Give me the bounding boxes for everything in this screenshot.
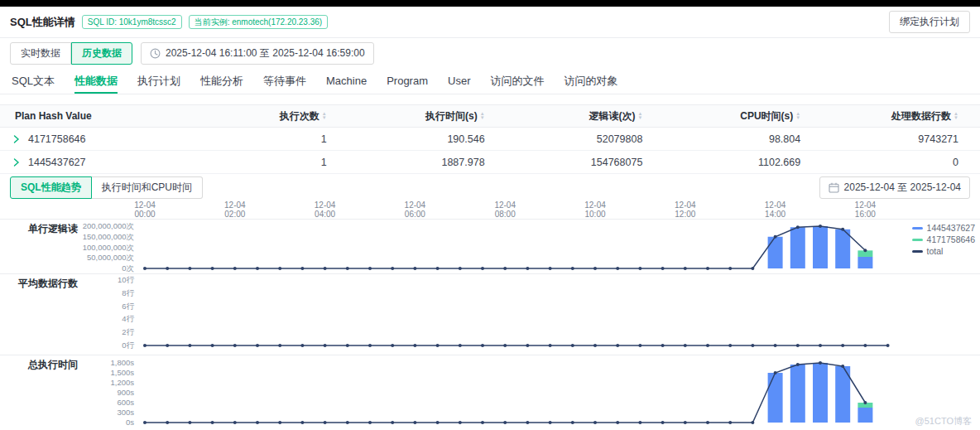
cell-plan-hash: 1445437627 [0, 157, 190, 168]
cell-plan-hash: 4171758646 [0, 133, 190, 145]
col-label: 执行次数 [280, 109, 319, 123]
chart-plot [0, 220, 980, 274]
row-expand-icon[interactable] [13, 158, 20, 167]
time-axis-label: 12-0402:00 [224, 201, 246, 219]
cell-cpu-time: 1102.669 [664, 157, 822, 168]
plan-hash-value: 1445437627 [28, 157, 86, 168]
sort-icon[interactable]: ▲▼ [954, 112, 958, 120]
tab-user[interactable]: User [448, 68, 470, 94]
tab-program[interactable]: Program [387, 68, 428, 94]
plan-hash-value: 4171758646 [28, 133, 86, 145]
sql-id-badge: SQL ID: 10k1ym8tcssc2 [82, 15, 182, 29]
plan-table-header: Plan Hash Value 执行次数▲▼ 执行时间(s)▲▼ 逻辑读(次)▲… [0, 104, 980, 128]
col-label: 逻辑读(次) [588, 109, 635, 123]
chart-avg-data-rows: 平均数据行数 10行8行6行4行2行0行 [0, 273, 980, 355]
cell-cpu-time: 98.804 [664, 133, 822, 145]
tab-execution-plan[interactable]: 执行计划 [137, 68, 180, 94]
time-axis: 12-0400:0012-0402:0012-0404:0012-0406:00… [0, 201, 980, 219]
data-mode-toggle: 实时数据 历史数据 [10, 42, 132, 65]
plan-table: Plan Hash Value 执行次数▲▼ 执行时间(s)▲▼ 逻辑读(次)▲… [0, 104, 980, 174]
time-axis-label: 12-0410:00 [584, 201, 606, 219]
chart-plot [0, 274, 980, 355]
tab-performance-data[interactable]: 性能数据 [74, 68, 118, 94]
cell-exec-count: 1 [190, 157, 348, 168]
col-cpu-time[interactable]: CPU时间(s)▲▼ [664, 109, 822, 123]
detail-tabs: SQL文本 性能数据 执行计划 性能分析 等待事件 Machine Progra… [0, 68, 980, 94]
time-axis-label: 12-0412:00 [675, 201, 696, 219]
instance-badge: 当前实例: enmotech(172.20.23.36) [189, 15, 329, 29]
legend-item-4171758646[interactable]: 4171758646 [912, 234, 975, 244]
time-range-value: 2025-12-04 16:11:00 至 2025-12-04 16:59:0… [166, 46, 365, 60]
cell-exec-time: 1887.978 [348, 157, 507, 168]
sql-trend-button[interactable]: SQL性能趋势 [10, 176, 92, 199]
cell-exec-time: 190.546 [348, 133, 507, 145]
legend-item-total[interactable]: total [912, 246, 975, 256]
col-exec-count[interactable]: 执行次数▲▼ [190, 109, 348, 123]
sort-icon[interactable]: ▲▼ [795, 112, 800, 120]
bind-plan-button[interactable]: 绑定执行计划 [889, 11, 970, 33]
page-title: SQL性能详情 [10, 15, 75, 30]
legend-label: 4171758646 [927, 234, 975, 244]
chart-legend: 1445437627 4171758646 total [912, 223, 975, 256]
data-mode-toolbar: 实时数据 历史数据 2025-12-04 16:11:00 至 2025-12-… [0, 38, 980, 68]
tab-accessed-objects[interactable]: 访问的对象 [564, 68, 617, 94]
realtime-data-button[interactable]: 实时数据 [10, 42, 71, 65]
col-logical-reads[interactable]: 逻辑读(次)▲▼ [507, 109, 665, 123]
page-header: SQL性能详情 SQL ID: 10k1ym8tcssc2 当前实例: enmo… [0, 7, 980, 38]
date-range-picker[interactable]: 2025-12-04 至 2025-12-04 [819, 176, 970, 199]
legend-item-1445437627[interactable]: 1445437627 [912, 223, 975, 233]
legend-marker [912, 250, 923, 253]
legend-marker [912, 227, 923, 229]
tab-wait-events[interactable]: 等待事件 [263, 68, 306, 94]
cell-rows-processed: 0 [822, 157, 980, 168]
tab-machine[interactable]: Machine [326, 68, 367, 94]
col-label: CPU时间(s) [740, 109, 793, 123]
time-axis-label: 12-0408:00 [494, 201, 516, 219]
col-exec-time[interactable]: 执行时间(s)▲▼ [348, 109, 507, 123]
time-axis-label: 12-0400:00 [134, 201, 156, 219]
cell-logical-reads: 52079808 [507, 133, 665, 145]
table-row[interactable]: 1445437627 1 1887.978 154768075 1102.669… [0, 151, 980, 174]
row-expand-icon[interactable] [13, 135, 20, 143]
chart-total-execution-time: 总执行时间 1,800s1,500s1,200s900s600s300s0s [0, 355, 980, 430]
cell-logical-reads: 154768075 [507, 157, 665, 168]
col-label: 执行时间(s) [425, 109, 478, 123]
legend-marker [912, 239, 923, 241]
legend-label: total [927, 246, 944, 256]
top-black-bar [0, 0, 980, 7]
time-axis-label: 12-0414:00 [765, 201, 786, 219]
exec-cpu-time-button[interactable]: 执行时间和CPU时间 [92, 176, 203, 199]
tab-sql-text[interactable]: SQL文本 [12, 68, 55, 94]
chart-plot [0, 355, 980, 430]
date-range-value: 2025-12-04 至 2025-12-04 [844, 181, 961, 195]
legend-label: 1445437627 [927, 223, 975, 233]
chart-single-row-logical-reads: 单行逻辑读 200,000,000次150,000,000次100,000,00… [0, 219, 980, 273]
calendar-icon [829, 182, 839, 193]
chart-mode-toggle: SQL性能趋势 执行时间和CPU时间 [10, 176, 203, 199]
cell-rows-processed: 9743271 [822, 133, 980, 145]
sort-icon[interactable]: ▲▼ [322, 112, 327, 120]
tab-accessed-files[interactable]: 访问的文件 [490, 68, 544, 94]
time-range-picker[interactable]: 2025-12-04 16:11:00 至 2025-12-04 16:59:0… [141, 42, 374, 65]
cell-exec-count: 1 [190, 133, 348, 145]
time-axis-label: 12-0404:00 [315, 201, 336, 219]
clock-icon [150, 48, 161, 59]
col-label: 处理数据行数 [891, 109, 951, 123]
watermark: @51CTO博客 [915, 415, 972, 428]
tab-performance-analysis[interactable]: 性能分析 [200, 68, 243, 94]
sort-icon[interactable]: ▲▼ [480, 112, 485, 120]
table-row[interactable]: 4171758646 1 190.546 52079808 98.804 974… [0, 128, 980, 151]
history-data-button[interactable]: 历史数据 [71, 42, 132, 65]
time-axis-label: 12-0406:00 [405, 201, 426, 219]
chart-controls: SQL性能趋势 执行时间和CPU时间 2025-12-04 至 2025-12-… [0, 174, 980, 201]
sort-icon[interactable]: ▲▼ [637, 112, 642, 120]
time-axis-label: 12-0416:00 [855, 201, 877, 219]
col-rows-processed[interactable]: 处理数据行数▲▼ [822, 109, 980, 123]
col-plan-hash-value: Plan Hash Value [0, 110, 190, 122]
